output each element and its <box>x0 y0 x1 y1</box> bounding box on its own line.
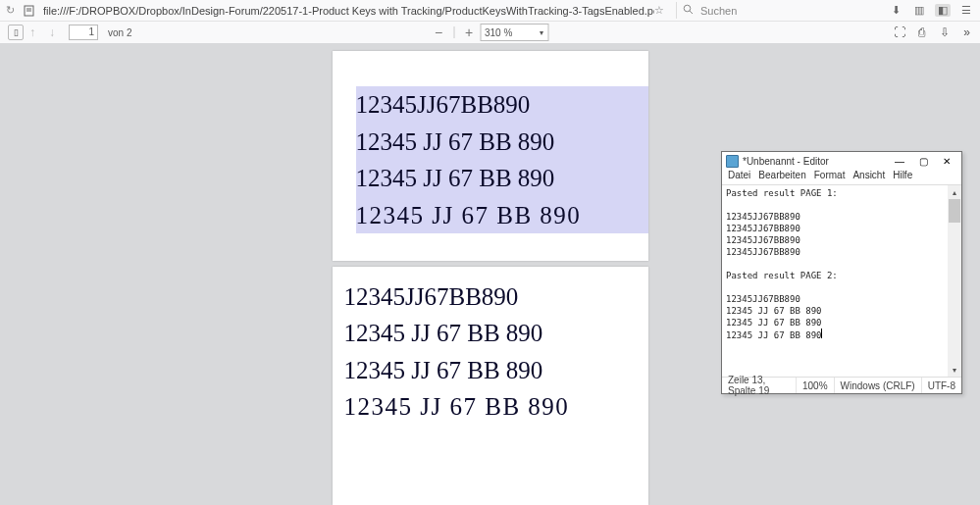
menu-edit[interactable]: Bearbeiten <box>758 170 805 184</box>
maximize-button[interactable]: ▢ <box>912 154 934 169</box>
pdf-text-line[interactable]: 12345JJ67BB890 <box>344 278 648 316</box>
separator <box>453 26 454 38</box>
notepad-titlebar[interactable]: *Unbenannt - Editor — ▢ ✕ <box>722 152 961 170</box>
pdf-toolbar: ▯ ↑ ↓ 1 von 2 − + 310 % ▾ ⛶ ⎙ ⇩ » <box>0 22 980 44</box>
pdf-text-line[interactable]: 12345 JJ 67 BB 890 <box>356 197 648 234</box>
menu-view[interactable]: Ansicht <box>852 170 885 184</box>
search-box[interactable]: Suchen <box>676 2 884 19</box>
chevron-down-icon: ▾ <box>540 28 543 37</box>
browser-bar: ↻ file:///F:/DROPBOX/Dropbox/InDesign-Fo… <box>0 0 980 22</box>
pdf-text-line[interactable]: 12345 JJ 67 BB 890 <box>356 160 648 197</box>
page-of-label: von 2 <box>104 27 135 38</box>
pdf-text-line[interactable]: 12345JJ67BB890 <box>356 86 648 124</box>
pdf-page-2: 12345JJ67BB890 12345 JJ 67 BB 890 12345 … <box>333 267 648 505</box>
pdf-text-line[interactable]: 12345 JJ 67 BB 890 <box>356 124 648 161</box>
notepad-title: *Unbenannt - Editor <box>743 156 889 167</box>
scrollbar-thumb[interactable] <box>949 199 960 223</box>
bookmark-icon[interactable]: ☆ <box>654 4 672 17</box>
page-down-button[interactable]: ↓ <box>49 25 63 39</box>
pdf-page-1: 12345JJ67BB890 12345 JJ 67 BB 890 12345 … <box>333 51 648 261</box>
search-placeholder: Suchen <box>700 5 737 17</box>
notepad-icon <box>726 155 739 168</box>
svg-point-3 <box>684 5 691 12</box>
doc-icon <box>22 4 35 18</box>
notepad-statusbar: Zeile 13, Spalte 19 100% Windows (CRLF) … <box>722 377 961 393</box>
download-icon[interactable]: ⬇ <box>888 4 903 17</box>
menu-file[interactable]: Datei <box>728 170 750 184</box>
status-cursor: Zeile 13, Spalte 19 <box>722 378 797 393</box>
toolbar-right: ⬇ ▥ ◧ ☰ <box>888 4 980 17</box>
pdf-text-line[interactable]: 12345 JJ 67 BB 890 <box>344 315 648 352</box>
url-bar[interactable]: file:///F:/DROPBOX/Dropbox/InDesign-Foru… <box>39 5 654 17</box>
sidebar-toggle[interactable]: ▯ <box>8 25 24 40</box>
search-icon <box>683 4 696 17</box>
tools-icon[interactable]: » <box>959 25 974 39</box>
zoom-value: 310 % <box>485 27 512 38</box>
reload-button[interactable]: ↻ <box>0 4 20 17</box>
page-up-button[interactable]: ↑ <box>29 25 43 39</box>
svg-line-4 <box>690 11 693 14</box>
zoom-select[interactable]: 310 % ▾ <box>480 24 548 41</box>
zoom-in-button[interactable]: + <box>462 25 476 39</box>
account-icon[interactable]: ☰ <box>958 4 974 17</box>
close-button[interactable]: ✕ <box>936 154 957 169</box>
notepad-body[interactable]: Pasted result PAGE 1: 12345JJ67BB890 123… <box>722 184 961 377</box>
notepad-window[interactable]: *Unbenannt - Editor — ▢ ✕ Datei Bearbeit… <box>721 151 962 394</box>
minimize-button[interactable]: — <box>889 154 910 169</box>
scroll-down-icon[interactable]: ▾ <box>948 363 961 377</box>
status-zoom: 100% <box>797 378 835 393</box>
page-input[interactable]: 1 <box>69 25 98 40</box>
notepad-text[interactable]: Pasted result PAGE 1: 12345JJ67BB890 123… <box>722 185 961 377</box>
sidebar-icon[interactable]: ◧ <box>935 4 951 17</box>
print-icon[interactable]: ⎙ <box>914 25 929 39</box>
scrollbar-vertical[interactable]: ▴ ▾ <box>948 185 961 377</box>
menu-help[interactable]: Hilfe <box>893 170 912 184</box>
scroll-up-icon[interactable]: ▴ <box>948 185 961 199</box>
library-icon[interactable]: ▥ <box>911 4 927 17</box>
download-pdf-icon[interactable]: ⇩ <box>937 25 952 39</box>
notepad-menu: Datei Bearbeiten Format Ansicht Hilfe <box>722 170 961 184</box>
zoom-out-button[interactable]: − <box>432 25 445 39</box>
status-eol: Windows (CRLF) <box>835 378 922 393</box>
pdf-text-line[interactable]: 12345 JJ 67 BB 890 <box>344 352 648 389</box>
pdf-text-line[interactable]: 12345 JJ 67 BB 890 <box>344 388 648 426</box>
status-encoding: UTF-8 <box>922 378 961 393</box>
menu-format[interactable]: Format <box>814 170 846 184</box>
presentation-icon[interactable]: ⛶ <box>892 25 906 39</box>
